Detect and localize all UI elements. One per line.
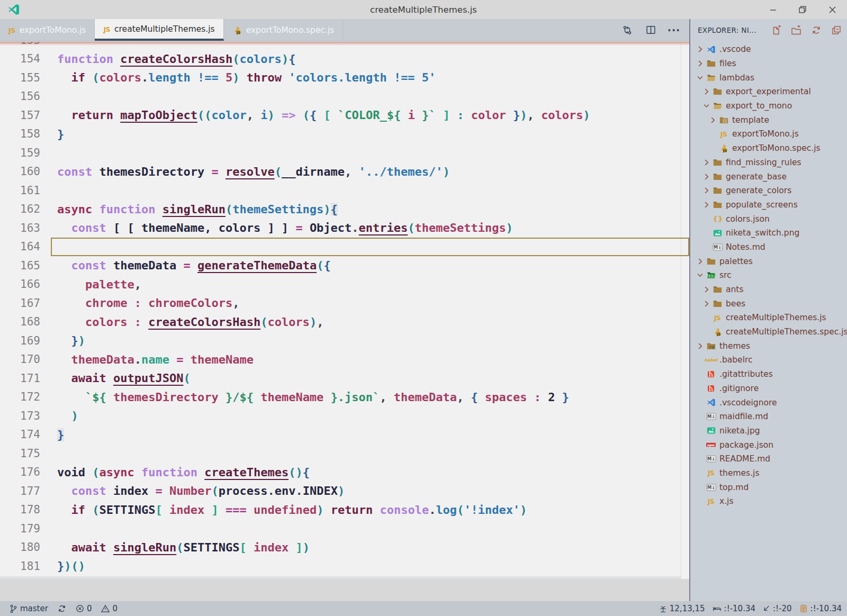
code-editor[interactable]: 153154function createColorsHash(colors){… xyxy=(0,42,689,579)
chevron-down-icon[interactable] xyxy=(696,76,705,80)
tab-exportToMono.js[interactable]: JSexportToMono.js xyxy=(0,19,95,41)
chevron-down-icon[interactable] xyxy=(696,273,705,277)
code-line-170[interactable]: 170 themeData.name = themeName xyxy=(0,350,689,369)
chevron-right-icon[interactable] xyxy=(702,88,711,95)
status-git-branch[interactable]: master xyxy=(10,604,48,614)
new-folder-icon[interactable] xyxy=(791,25,801,35)
file-tree-item-Notes.md[interactable]: M↓Notes.md xyxy=(690,240,847,255)
tab-createMultipleThemes.js[interactable]: JScreateMultipleThemes.js xyxy=(95,19,223,41)
file-tree-item-package.json[interactable]: npmpackage.json xyxy=(690,438,847,452)
file-tree-item-x.js[interactable]: JSx.js xyxy=(690,494,847,509)
new-file-icon[interactable] xyxy=(771,25,781,35)
file-tree-item-maidfile.md[interactable]: M↓maidfile.md xyxy=(690,410,847,424)
token xyxy=(127,315,134,329)
chevron-right-icon[interactable] xyxy=(708,117,717,123)
code-line-155[interactable]: 155 if (colors.length !== 5) throw 'colo… xyxy=(0,68,689,87)
status-fountain[interactable]: 12,13,15 xyxy=(659,604,705,613)
file-tree-item-find_missing_rules[interactable]: find_missing_rules xyxy=(690,156,847,170)
chevron-right-icon[interactable] xyxy=(696,60,705,67)
code-line-154[interactable]: 154function createColorsHash(colors){ xyxy=(0,50,689,69)
file-tree-item-.vscodeignore[interactable]: .vscodeignore xyxy=(690,395,847,410)
status-scroll[interactable]: :!-10.34 xyxy=(799,604,842,613)
code-line-165[interactable]: 165 const themeData = generateThemeData(… xyxy=(0,256,689,275)
code-line-177[interactable]: 177 const index = Number(process.env.IND… xyxy=(0,482,689,501)
chevron-down-icon[interactable] xyxy=(702,104,711,108)
code-line-175[interactable]: 175 xyxy=(0,444,689,463)
file-tree-item-.vscode[interactable]: .vscode xyxy=(690,42,847,57)
code-line-163[interactable]: 163 const [ [ themeName, colors ] ] = Ob… xyxy=(0,219,689,238)
file-tree-item-createMultipleThemes.js[interactable]: JScreateMultipleThemes.js xyxy=(690,311,847,325)
chevron-right-icon[interactable] xyxy=(702,202,711,208)
chevron-right-icon[interactable] xyxy=(696,46,705,52)
file-tree-item-.babelrc[interactable]: babel.babelrc xyxy=(690,353,847,367)
chevron-right-icon[interactable] xyxy=(702,174,711,180)
code-line-176[interactable]: 176void (async function createThemes(){ xyxy=(0,463,689,482)
file-tree-item-template[interactable]: template xyxy=(690,113,847,127)
tab-exportToMono.spec.js[interactable]: JSexportToMono.spec.js xyxy=(224,19,344,41)
code-line-160[interactable]: 160const themesDirectory = resolve(__dir… xyxy=(0,162,689,182)
chevron-right-icon[interactable] xyxy=(702,159,711,166)
file-tree-item-createMultipleThemes.spec.js[interactable]: JScreateMultipleThemes.spec.js xyxy=(690,325,847,339)
file-tree-item-exportToMono.spec.js[interactable]: JSexportToMono.spec.js xyxy=(690,141,847,156)
file-tree-item-export_to_mono[interactable]: export_to_mono xyxy=(690,99,847,113)
code-line-174[interactable]: 174} xyxy=(0,425,689,445)
code-line-166[interactable]: 166 palette, xyxy=(0,275,689,294)
file-tree-item-top.md[interactable]: M↓top.md xyxy=(690,480,847,494)
file-tree-item-.gitattributes[interactable]: .gitattributes xyxy=(690,367,847,382)
collapse-all-icon[interactable] xyxy=(831,25,842,35)
file-tree-item-.gitignore[interactable]: .gitignore xyxy=(690,382,847,396)
code-line-156[interactable]: 156 xyxy=(0,87,689,106)
more-actions-icon[interactable]: ··· xyxy=(668,24,680,36)
chevron-right-icon[interactable] xyxy=(702,301,711,307)
status-sync[interactable] xyxy=(58,604,66,613)
close-button[interactable] xyxy=(817,0,847,19)
chevron-right-icon[interactable] xyxy=(702,286,711,293)
code-line-157[interactable]: 157 return mapToObject((color, i) => ({ … xyxy=(0,106,689,125)
code-line-162[interactable]: 162async function singleRun(themeSetting… xyxy=(0,200,689,219)
code-line-164[interactable]: 164 xyxy=(0,238,689,257)
code-line-181[interactable]: 181})() xyxy=(0,557,689,576)
file-tree-item-niketa_switch.png[interactable]: niketa_switch.png xyxy=(690,226,847,240)
code-line-161[interactable]: 161 xyxy=(0,181,689,200)
file-tree-item-export_experimental[interactable]: export_experimental xyxy=(690,85,847,99)
file-tree-item-palettes[interactable]: palettes xyxy=(690,254,847,268)
refresh-icon[interactable] xyxy=(811,25,822,35)
file-tree-item-files[interactable]: files xyxy=(690,57,847,71)
chevron-right-icon[interactable] xyxy=(696,343,705,349)
file-tree-item-README.md[interactable]: M↓README.md xyxy=(690,452,847,466)
code-line-180[interactable]: 180 await singleRun(SETTINGS[ index ]) xyxy=(0,538,689,557)
status-bed[interactable]: :!-10.34 xyxy=(713,604,755,613)
file-tree-item-generate_colors[interactable]: generate_colors xyxy=(690,184,847,198)
file-tree-item-bees[interactable]: bees xyxy=(690,296,847,311)
minimize-button[interactable] xyxy=(758,0,788,19)
code-line-159[interactable]: 159 xyxy=(0,143,689,162)
file-tree-item-populate_screens[interactable]: populate_screens xyxy=(690,198,847,212)
chevron-right-icon[interactable] xyxy=(696,258,705,265)
code-line-168[interactable]: 168 colors : createColorsHash(colors), xyxy=(0,313,689,332)
split-editor-icon[interactable] xyxy=(645,24,656,36)
chevron-right-icon[interactable] xyxy=(702,187,711,194)
code-line-171[interactable]: 171 await outputJSON( xyxy=(0,369,689,388)
code-line-172[interactable]: 172 `${ themesDirectory }/${ themeName }… xyxy=(0,388,689,407)
file-tree-item-ants[interactable]: ants xyxy=(690,283,847,297)
horizontal-scrollbar[interactable] xyxy=(0,576,681,579)
file-tree-item-niketa.jpg[interactable]: niketa.jpg xyxy=(690,424,847,438)
code-line-167[interactable]: 167 chrome : chromeColors, xyxy=(0,294,689,313)
file-tree-item-exportToMono.js[interactable]: JSexportToMono.js xyxy=(690,127,847,141)
restore-button[interactable] xyxy=(788,0,817,19)
code-line-173[interactable]: 173 ) xyxy=(0,406,689,425)
file-tree-item-lambdas[interactable]: lambdas xyxy=(690,70,847,85)
code-line-158[interactable]: 158} xyxy=(0,125,689,144)
open-changes-icon[interactable] xyxy=(621,24,633,36)
file-tree-item-themes.js[interactable]: JSthemes.js xyxy=(690,466,847,481)
code-line-179[interactable]: 179 xyxy=(0,519,689,538)
code-line-178[interactable]: 178 if (SETTINGS[ index ] === undefined)… xyxy=(0,501,689,520)
code-line-169[interactable]: 169 }) xyxy=(0,331,689,350)
file-tree-item-themes[interactable]: themes xyxy=(690,339,847,353)
status-ski[interactable]: :!-20 xyxy=(763,604,792,613)
status-warnings[interactable]: 0 xyxy=(101,604,118,613)
file-tree-item-src[interactable]: src xyxy=(690,268,847,283)
status-errors[interactable]: 0 xyxy=(76,604,92,613)
file-tree-item-generate_base[interactable]: generate_base xyxy=(690,169,847,184)
file-tree-item-colors.json[interactable]: { }colors.json xyxy=(690,212,847,226)
